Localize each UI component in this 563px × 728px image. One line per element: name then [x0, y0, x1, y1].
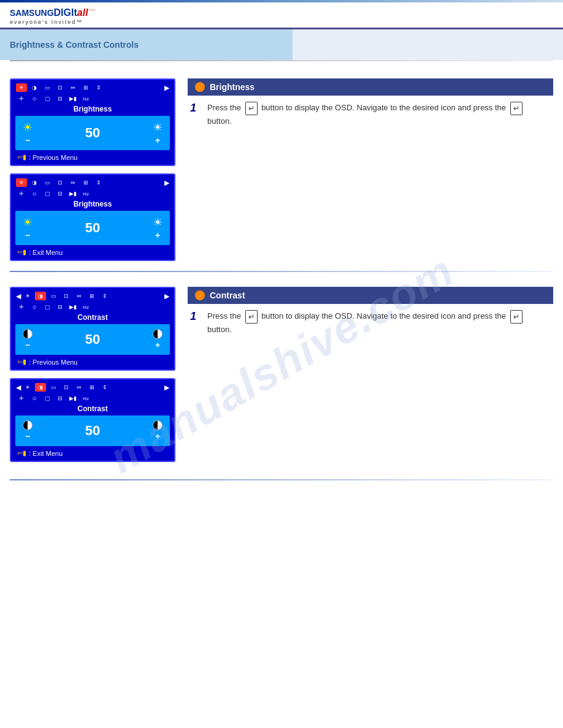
- contrast-icon-film: ▶▮: [67, 303, 79, 311]
- contrast2-plus-label: +: [155, 431, 160, 441]
- top-banner-left: Brightness & Contrast Controls: [0, 29, 293, 60]
- contrast-step1-number: 1: [190, 310, 202, 323]
- osd2-icon-box: ⊡: [55, 178, 66, 187]
- contrast-value-1: 50: [85, 332, 100, 347]
- contrast-icon-left: −: [23, 329, 33, 350]
- osd-icon-hz: Hz: [80, 94, 91, 103]
- osd2-icon-resize: ⊞: [80, 178, 91, 187]
- contrast2-icons-row2: ✛ ☺ ▢ ⊟ ▶▮ Hz: [13, 393, 172, 404]
- osd-icons-row2: ✛ ☺ ▢ ⊟ ▶▮ Hz: [13, 93, 172, 104]
- contrast-icons-row2: ✛ ☺ ▢ ⊟ ▶▮ Hz: [13, 301, 172, 313]
- contrast-minus-label: −: [25, 340, 30, 350]
- osd-icon-film: ▶▮: [67, 94, 79, 103]
- enter-icon-2: ↵: [510, 102, 523, 115]
- contrast-icon-right: +: [153, 329, 163, 350]
- exit-menu-icon: ⇦▮: [17, 248, 26, 256]
- osd2-icon-arrows: ⇔: [67, 178, 79, 187]
- osd-icon-circle: ◑: [29, 83, 40, 92]
- contrast-label-2: Contrast: [13, 404, 172, 414]
- osd2-icon-layers: ⊟: [55, 189, 66, 198]
- osd2-icon-monitor: ▭: [42, 178, 53, 187]
- brightness-osd-column: ✳ ◑ ▭ ⊡ ⇔ ⊞ ⇕ ▶ ✛ ☺ ▢ ⊟ ▶▮ Hz: [10, 78, 175, 261]
- brightness-osd-1: ✳ ◑ ▭ ⊡ ⇔ ⊞ ⇕ ▶ ✛ ☺ ▢ ⊟ ▶▮ Hz: [10, 78, 175, 166]
- brightness-footer-2: ⇦▮ : Exit Menu: [13, 247, 172, 257]
- brightness-value-1: 50: [85, 125, 100, 141]
- osd-arrow-right: ▶: [164, 84, 169, 92]
- contrast2-icon-film: ▶▮: [67, 394, 79, 403]
- sun2-icon-left: ☀ −: [23, 216, 33, 240]
- contrast2-icon-circle-active: ◑: [35, 383, 46, 392]
- contrast2-icon-smile: ☺: [29, 394, 40, 403]
- bottom-separator: [10, 479, 553, 480]
- brightness-step1: 1 Press the ↵ button to display the OSD.…: [188, 102, 553, 127]
- osd-icon-box: ⊡: [55, 83, 66, 92]
- logo-symbol: ⌒: [88, 8, 96, 19]
- contrast2-icon-right: +: [153, 420, 163, 441]
- osd-icon-square: ▢: [42, 94, 53, 103]
- contrast-icon-hz: Hz: [80, 303, 91, 311]
- contrast-osd-1: ◀ ☀ ◑ ▭ ⊡ ⇔ ⊞ ⇕ ▶ ✛ ☺ ▢ ⊟: [10, 287, 175, 371]
- contrast-icon-sun: ☀: [22, 292, 33, 300]
- osd-icon-monitor: ▭: [42, 83, 53, 92]
- prev-menu-icon: ⇦▮: [17, 153, 26, 161]
- osd2-arrow-right: ▶: [164, 179, 169, 187]
- contrast2-icon-expand: ⇕: [99, 383, 110, 392]
- contrast-icon-arrows: ⇔: [74, 292, 85, 300]
- contrast-step1: 1 Press the ↵ button to display the OSD.…: [188, 310, 553, 336]
- osd2-icon-circle: ◑: [29, 178, 40, 187]
- top-banner-right: [293, 29, 563, 60]
- enter-icon-1: ↵: [245, 102, 258, 115]
- contrast2-arrow-right: ▶: [164, 384, 169, 392]
- contrast-footer-1: ⇦▮ : Previous Menu: [13, 357, 172, 367]
- contrast2-minus-label: −: [25, 431, 30, 441]
- osd2-icon-film: ▶▮: [67, 189, 79, 198]
- osd2-icon-group-right: ✛ ☺ ▢ ⊟ ▶▮ Hz: [16, 189, 91, 198]
- contrast-section-title: Contrast: [210, 290, 245, 300]
- samsung-text: SAMSUNG: [10, 8, 54, 18]
- contrast-icon-group-row2: ✛ ☺ ▢ ⊟ ▶▮ Hz: [16, 303, 91, 311]
- contrast-desc-column: Contrast 1 Press the ↵ button to display…: [188, 287, 553, 462]
- contrast2-icon-monitor: ▭: [48, 383, 59, 392]
- contrast2-icon-group-row2: ✛ ☺ ▢ ⊟ ▶▮ Hz: [16, 394, 91, 403]
- contrast-section: ◀ ☀ ◑ ▭ ⊡ ⇔ ⊞ ⇕ ▶ ✛ ☺ ▢ ⊟: [0, 277, 563, 467]
- osd2-icon-expand: ⇕: [93, 178, 104, 187]
- osd2-icon-sun-active: ✳: [16, 178, 27, 187]
- contrast-header-bar: Contrast: [188, 287, 553, 304]
- osd-icon-cross: ✛: [16, 94, 27, 103]
- contrast-arrow-right: ▶: [164, 292, 169, 300]
- brightness-section-title: Brightness: [210, 82, 255, 92]
- brightness-label-2: Brightness: [13, 199, 172, 209]
- contrast-icon-square: ▢: [42, 303, 53, 311]
- logo-tagline: everyone's Invited™: [10, 19, 96, 25]
- brightness-control-1: ☀ − 50 ☀ +: [15, 116, 170, 150]
- contrast-icon-cross: ✛: [16, 303, 27, 311]
- contrast-plus-label: +: [155, 340, 160, 350]
- contrast-icon-expand: ⇕: [99, 292, 110, 300]
- contrast-enter-icon-2: ↵: [510, 310, 523, 324]
- minus2-label: −: [25, 230, 30, 240]
- logo: SAMSUNG DIGItall⌒ everyone's Invited™: [10, 7, 96, 25]
- contrast-value-2: 50: [85, 423, 100, 439]
- contrast2-arrow-row: ◀ ☀ ◑ ▭ ⊡ ⇔ ⊞ ⇕ ▶: [13, 382, 172, 393]
- contrast-icon-monitor: ▭: [48, 292, 59, 300]
- contrast-icon-box: ⊡: [61, 292, 72, 300]
- contrast-control-1: − 50 +: [15, 324, 170, 355]
- prev-menu-text: : Previous Menu: [29, 154, 77, 161]
- exit-menu-text: : Exit Menu: [29, 249, 63, 256]
- minus-label: −: [25, 135, 30, 145]
- brightness-osd-2: ✳ ◑ ▭ ⊡ ⇔ ⊞ ⇕ ▶ ✛ ☺ ▢ ⊟ ▶▮ Hz: [10, 173, 175, 261]
- contrast2-icon-sun: ☀: [22, 383, 33, 392]
- osd-icon-smile: ☺: [29, 94, 40, 103]
- osd2-icons-row2: ✛ ☺ ▢ ⊟ ▶▮ Hz: [13, 188, 172, 199]
- osd2-icon-square: ▢: [42, 189, 53, 198]
- contrast2-icon-box: ⊡: [61, 383, 72, 392]
- contrast2-icon-arrows: ⇔: [74, 383, 85, 392]
- osd-icon-layers: ⊟: [55, 94, 66, 103]
- top-banner: Brightness & Contrast Controls: [0, 29, 563, 60]
- contrast2-icon-left: −: [23, 420, 33, 441]
- brightness-step1-text: Press the ↵ button to display the OSD. N…: [207, 102, 551, 127]
- contrast-exit-text: : Exit Menu: [29, 450, 63, 457]
- contrast-orange-dot: [195, 290, 205, 300]
- osd2-icon-group-left: ✳ ◑ ▭ ⊡ ⇔ ⊞ ⇕: [16, 178, 104, 187]
- logo-text: SAMSUNG DIGItall⌒: [10, 7, 96, 19]
